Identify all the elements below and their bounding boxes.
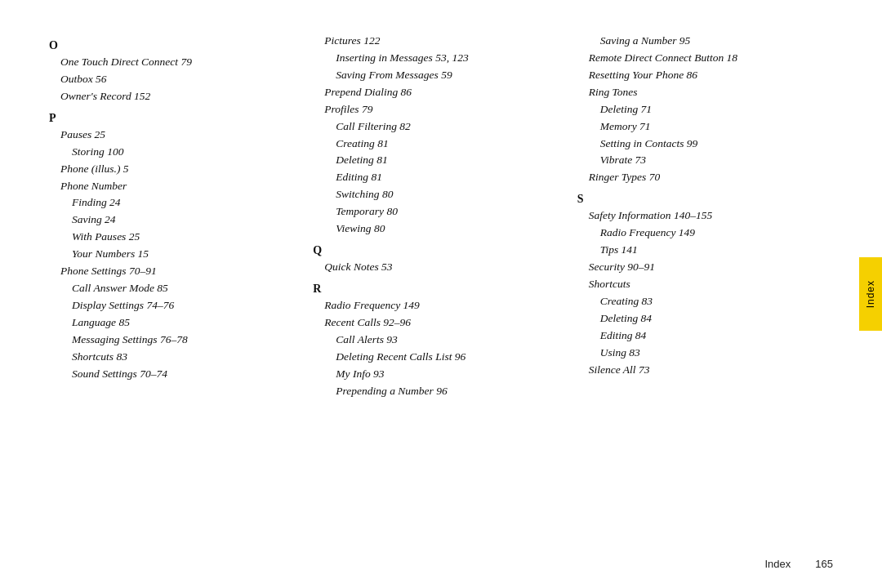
index-entry-l1: Quick Notes 53 <box>313 259 560 276</box>
index-entry-l2: Switching 80 <box>313 186 560 203</box>
index-entry-l1: Owner's Record 152 <box>49 88 296 105</box>
index-entry-l2: Shortcuts 83 <box>49 349 296 366</box>
index-entry-l1: Pauses 25 <box>49 127 296 144</box>
index-entry-l2: Finding 24 <box>49 194 296 212</box>
index-entry-l1: Security 90–91 <box>577 259 825 276</box>
index-entry-l2: Creating 81 <box>313 136 560 153</box>
tab-label: Index <box>865 280 876 308</box>
index-entry-l2: Call Answer Mode 85 <box>49 280 296 297</box>
index-entry-l2: Vibrate 73 <box>577 152 825 169</box>
index-entry-l2: Display Settings 74–76 <box>49 297 296 314</box>
column-1: OOne Touch Direct Connect 79Outbox 56Own… <box>49 33 313 555</box>
column-3: Saving a Number 95Remote Direct Connect … <box>577 33 841 555</box>
section-letter: Q <box>313 244 560 257</box>
section-letter: O <box>49 39 296 52</box>
index-entry-l1: Safety Information 140–155 <box>577 207 825 225</box>
index-entry-l2: Creating 83 <box>577 293 825 310</box>
index-entry-l1: Remote Direct Connect Button 18 <box>577 50 825 67</box>
section-letter: R <box>313 283 560 296</box>
index-entry-l1: Silence All 73 <box>577 362 825 379</box>
index-entry-l2: Radio Frequency 149 <box>577 225 825 242</box>
index-entry-l1: Phone Settings 70–91 <box>49 263 296 280</box>
index-entry-l1: Resetting Your Phone 86 <box>577 67 825 84</box>
index-entry-l2: Deleting Recent Calls List 96 <box>313 349 560 366</box>
index-entry-l1: Ring Tones <box>577 84 825 101</box>
index-entry-l2: Language 85 <box>49 314 296 332</box>
index-entry-l2: Deleting 81 <box>313 152 560 169</box>
index-entry-l2: My Info 93 <box>313 366 560 383</box>
index-entry-l2: Editing 81 <box>313 169 560 186</box>
index-entry-l1: Outbox 56 <box>49 71 296 88</box>
section-letter: S <box>577 193 825 206</box>
index-entry-l2: Saving a Number 95 <box>577 33 825 50</box>
index-entry-l1: Ringer Types 70 <box>577 169 825 186</box>
index-entry-l1: Recent Calls 92–96 <box>313 314 560 332</box>
index-entry-l1: Radio Frequency 149 <box>313 297 560 314</box>
index-entry-l1: Prepend Dialing 86 <box>313 84 560 101</box>
index-entry-l2: Saving 24 <box>49 212 296 229</box>
index-entry-l2: Sound Settings 70–74 <box>49 366 296 383</box>
index-entry-l2: Temporary 80 <box>313 203 560 220</box>
index-entry-l2: Storing 100 <box>49 144 296 161</box>
index-entry-l2: Deleting 84 <box>577 310 825 327</box>
footer-index-label: Index <box>764 558 791 570</box>
index-tab: Index <box>859 257 882 331</box>
index-entry-l2: With Pauses 25 <box>49 229 296 246</box>
index-entry-l2: Saving From Messages 59 <box>313 67 560 84</box>
index-entry-l2: Call Alerts 93 <box>313 332 560 349</box>
index-entry-l1: Phone Number <box>49 178 296 195</box>
index-entry-l2: Messaging Settings 76–78 <box>49 332 296 349</box>
index-entry-l2: Editing 84 <box>577 327 825 345</box>
index-entry-l2: Deleting 71 <box>577 101 825 118</box>
index-entry-l2: Inserting in Messages 53, 123 <box>313 50 560 67</box>
index-entry-l2: Tips 141 <box>577 242 825 259</box>
index-entry-l2: Using 83 <box>577 345 825 362</box>
index-entry-l1: Phone (illus.) 5 <box>49 161 296 178</box>
index-entry-l2: Setting in Contacts 99 <box>577 136 825 153</box>
index-entry-l1: Profiles 79 <box>313 101 560 118</box>
index-entry-l2: Viewing 80 <box>313 220 560 238</box>
index-entry-l2: Prepending a Number 96 <box>313 383 560 400</box>
index-entry-l2: Memory 71 <box>577 118 825 136</box>
index-entry-l1: One Touch Direct Connect 79 <box>49 54 296 71</box>
index-entry-l1: Shortcuts <box>577 276 825 293</box>
column-2: Pictures 122Inserting in Messages 53, 12… <box>313 33 577 555</box>
page-content: OOne Touch Direct Connect 79Outbox 56Own… <box>0 0 882 588</box>
index-entry-l2: Your Numbers 15 <box>49 246 296 263</box>
footer-page-number: 165 <box>815 558 833 570</box>
index-entry-l2: Call Filtering 82 <box>313 118 560 136</box>
page-footer: Index 165 <box>764 558 833 570</box>
index-entry-l1: Pictures 122 <box>313 33 560 50</box>
section-letter: P <box>49 112 296 125</box>
